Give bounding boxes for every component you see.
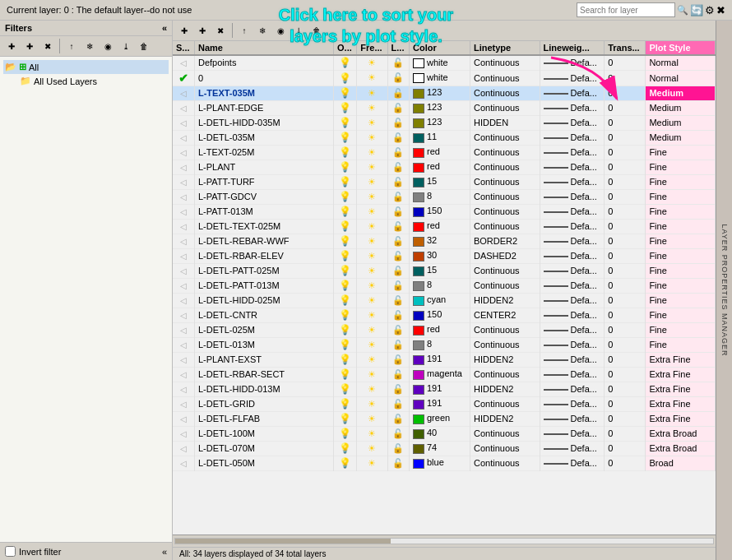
- cell-lock[interactable]: 🔓: [387, 130, 409, 145]
- cell-on[interactable]: 💡: [334, 441, 357, 456]
- cell-color[interactable]: 40: [410, 426, 470, 441]
- cell-color[interactable]: 15: [410, 174, 470, 189]
- cell-color[interactable]: magenta: [410, 367, 470, 382]
- cell-color[interactable]: 191: [410, 396, 470, 411]
- cell-lock[interactable]: 🔓: [387, 234, 409, 248]
- cell-lock[interactable]: 🔓: [387, 456, 409, 470]
- cell-on[interactable]: 💡: [334, 293, 357, 308]
- cell-color[interactable]: red: [410, 219, 470, 234]
- table-row[interactable]: ◁L-DETL-HIDD-013M💡☀🔓191HIDDEN2Defa...0Ex…: [173, 382, 716, 396]
- cell-color[interactable]: 123: [410, 115, 470, 130]
- cell-freeze[interactable]: ☀: [357, 263, 387, 278]
- col-header-color[interactable]: Color: [410, 41, 470, 55]
- cell-freeze[interactable]: ☀: [357, 382, 387, 396]
- new-layer-in-vp-button[interactable]: ✚: [21, 38, 38, 54]
- new-layer-vp-btn2[interactable]: ✚: [194, 22, 211, 39]
- table-row[interactable]: ◁L-DETL-REBAR-WWF💡☀🔓32BORDER2Defa...0Fin…: [173, 234, 716, 248]
- cell-color[interactable]: red: [410, 160, 470, 174]
- cell-lock[interactable]: 🔓: [387, 396, 409, 411]
- col-header-trans[interactable]: Trans...: [605, 41, 646, 55]
- scrollbar-thumb[interactable]: [175, 539, 391, 544]
- cell-freeze[interactable]: ☀: [357, 337, 387, 352]
- col-header-freeze[interactable]: Fre...: [357, 41, 387, 55]
- table-row[interactable]: ◁L-PATT-GDCV💡☀🔓8ContinuousDefa...0Fine: [173, 189, 716, 204]
- cell-on[interactable]: 💡: [334, 426, 357, 441]
- filter-panel-collapse-btn[interactable]: «: [162, 547, 167, 557]
- merge-button[interactable]: ⤓: [118, 38, 134, 54]
- search-icon[interactable]: 🔍: [677, 5, 688, 16]
- cell-lock[interactable]: 🔓: [387, 189, 409, 204]
- cell-lock[interactable]: 🔓: [387, 219, 409, 234]
- cell-lock[interactable]: 🔓: [387, 263, 409, 278]
- table-row[interactable]: ◁L-TEXT-025M💡☀🔓redContinuousDefa...0Fine: [173, 145, 716, 160]
- cell-on[interactable]: 💡: [334, 86, 357, 100]
- cell-lock[interactable]: 🔓: [387, 100, 409, 115]
- table-row[interactable]: ◁L-DETL-013M💡☀🔓8ContinuousDefa...0Fine: [173, 337, 716, 352]
- table-row[interactable]: ◁L-DETL-FLFAB💡☀🔓greenHIDDEN2Defa...0Extr…: [173, 411, 716, 426]
- col-header-on[interactable]: O...: [334, 41, 357, 55]
- cell-freeze[interactable]: ☀: [357, 411, 387, 426]
- new-layer-btn2[interactable]: ✚: [176, 22, 192, 39]
- cell-on[interactable]: 💡: [334, 174, 357, 189]
- settings-icon[interactable]: ⚙: [705, 4, 715, 16]
- cell-lock[interactable]: 🔓: [387, 174, 409, 189]
- cell-freeze[interactable]: ☀: [357, 130, 387, 145]
- cell-freeze[interactable]: ☀: [357, 174, 387, 189]
- filter-all[interactable]: 📂 ⊞ All: [3, 60, 169, 74]
- cell-freeze[interactable]: ☀: [357, 352, 387, 367]
- cell-lock[interactable]: 🔓: [387, 55, 409, 70]
- cell-color[interactable]: 32: [410, 234, 470, 248]
- search-input[interactable]: [577, 2, 675, 17]
- move-up-btn[interactable]: ↑: [236, 22, 252, 39]
- table-row[interactable]: ◁L-DETL-RBAR-SECT💡☀🔓magentaContinuousDef…: [173, 367, 716, 382]
- cell-freeze[interactable]: ☀: [357, 308, 387, 322]
- table-row[interactable]: ◁L-PATT-TURF💡☀🔓15ContinuousDefa...0Fine: [173, 174, 716, 189]
- cell-lock[interactable]: 🔓: [387, 204, 409, 219]
- filter-used-layers[interactable]: 📁 All Used Layers: [3, 74, 169, 88]
- delete-button[interactable]: 🗑: [136, 38, 152, 54]
- table-row[interactable]: ◁L-DETL-GRID💡☀🔓191ContinuousDefa...0Extr…: [173, 396, 716, 411]
- table-row[interactable]: ◁L-PLANT-EDGE💡☀🔓123ContinuousDefa...0Med…: [173, 100, 716, 115]
- col-header-lineweight[interactable]: Lineweig...: [540, 41, 605, 55]
- cell-freeze[interactable]: ☀: [357, 219, 387, 234]
- vp-freeze-button[interactable]: ❄: [81, 38, 98, 54]
- table-row[interactable]: ◁L-PLANT-EXST💡☀🔓191HIDDEN2Defa...0Extra …: [173, 352, 716, 367]
- cell-color[interactable]: 15: [410, 263, 470, 278]
- cell-color[interactable]: white: [410, 70, 470, 86]
- cell-on[interactable]: 💡: [334, 160, 357, 174]
- cell-color[interactable]: 191: [410, 382, 470, 396]
- table-row[interactable]: ◁L-DETL-TEXT-025M💡☀🔓redContinuousDefa...…: [173, 219, 716, 234]
- table-row[interactable]: ◁L-PATT-013M💡☀🔓150ContinuousDefa...0Fine: [173, 204, 716, 219]
- cell-lock[interactable]: 🔓: [387, 411, 409, 426]
- cell-color[interactable]: red: [410, 145, 470, 160]
- table-row[interactable]: ◁L-DETL-025M💡☀🔓redContinuousDefa...0Fine: [173, 322, 716, 337]
- cell-on[interactable]: 💡: [334, 352, 357, 367]
- cell-lock[interactable]: 🔓: [387, 322, 409, 337]
- cell-on[interactable]: 💡: [334, 189, 357, 204]
- table-row[interactable]: ◁L-DETL-PATT-013M💡☀🔓8ContinuousDefa...0F…: [173, 278, 716, 293]
- cell-on[interactable]: 💡: [334, 308, 357, 322]
- cell-color[interactable]: blue: [410, 456, 470, 470]
- cell-freeze[interactable]: ☀: [357, 322, 387, 337]
- cell-color[interactable]: 8: [410, 189, 470, 204]
- cell-lock[interactable]: 🔓: [387, 278, 409, 293]
- cell-lock[interactable]: 🔓: [387, 115, 409, 130]
- cell-color[interactable]: 74: [410, 441, 470, 456]
- cell-freeze[interactable]: ☀: [357, 86, 387, 100]
- table-row[interactable]: ◁Defpoints💡☀🔓whiteContinuousDefa...0Norm…: [173, 55, 716, 70]
- cell-color[interactable]: 150: [410, 204, 470, 219]
- cell-freeze[interactable]: ☀: [357, 189, 387, 204]
- cell-lock[interactable]: 🔓: [387, 441, 409, 456]
- cell-freeze[interactable]: ☀: [357, 426, 387, 441]
- cell-freeze[interactable]: ☀: [357, 115, 387, 130]
- filters-collapse-icon[interactable]: «: [162, 23, 167, 33]
- cell-on[interactable]: 💡: [334, 204, 357, 219]
- del-btn2[interactable]: 🗑: [308, 22, 325, 39]
- invert-filter-checkbox[interactable]: [5, 546, 16, 557]
- table-row[interactable]: ◁L-DETL-HIDD-025M💡☀🔓cyanHIDDEN2Defa...0F…: [173, 293, 716, 308]
- cell-on[interactable]: 💡: [334, 70, 357, 86]
- cell-lock[interactable]: 🔓: [387, 367, 409, 382]
- move-to-vp-button[interactable]: ↑: [63, 38, 80, 54]
- col-header-plot-style[interactable]: Plot Style: [646, 41, 716, 55]
- cell-freeze[interactable]: ☀: [357, 55, 387, 70]
